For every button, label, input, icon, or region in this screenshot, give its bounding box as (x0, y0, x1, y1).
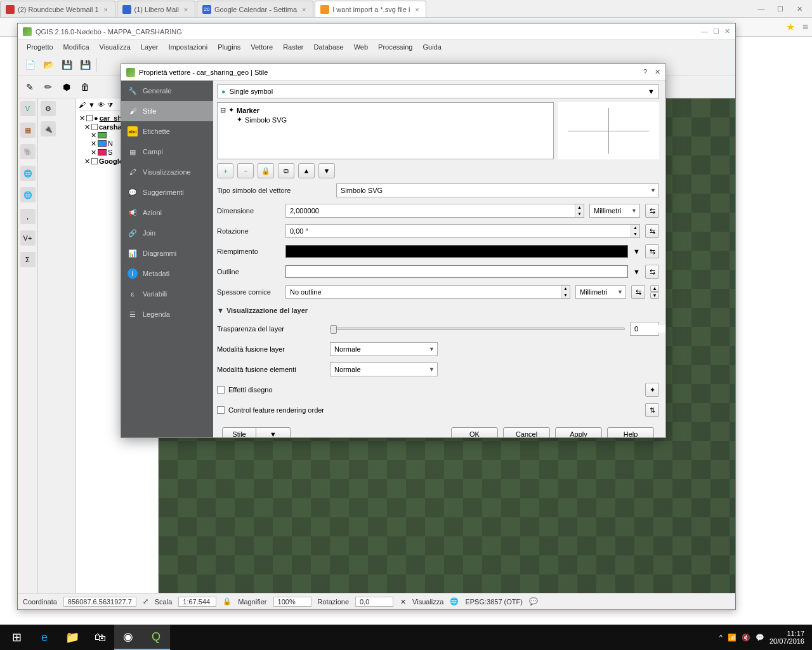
draw-effects-checkbox[interactable] (217, 386, 225, 394)
apply-button[interactable]: Apply (555, 427, 602, 437)
bookmark-star-icon[interactable]: ★ (786, 21, 795, 33)
renderer-type-select[interactable]: ● Single symbol ▼ (217, 84, 659, 98)
style-menu-button[interactable]: Stile (222, 427, 256, 437)
symbol-layer-type-select[interactable]: Simbolo SVG▼ (336, 183, 659, 197)
extents-icon[interactable]: ⤢ (143, 597, 148, 606)
node-icon[interactable]: ⬢ (58, 79, 75, 95)
lock-symbol-button[interactable]: 🔒 (258, 163, 274, 178)
window-maximize-icon[interactable]: ☐ (771, 3, 789, 15)
add-raster-icon[interactable]: ▦ (20, 123, 36, 138)
menu-processing[interactable]: Processing (374, 42, 416, 52)
add-postgis-icon[interactable]: 🐘 (20, 144, 36, 159)
dialog-help-icon[interactable]: ? (643, 68, 647, 76)
lock-icon[interactable]: 🔒 (223, 597, 232, 606)
sidebar-item-generale[interactable]: 🔧Generale (121, 81, 213, 101)
menu-visualizza[interactable]: Visualizza (96, 42, 134, 52)
transparency-value[interactable]: ▲▼ (630, 322, 659, 336)
outline-color-button[interactable] (285, 265, 628, 278)
dialog-titlebar[interactable]: Proprietà vettore - car_sharing_geo | St… (121, 64, 665, 81)
remove-symbol-layer-button[interactable]: － (237, 163, 254, 178)
layer-filter-icon[interactable]: ▼ (88, 101, 95, 109)
tray-up-icon[interactable]: ^ (719, 633, 723, 641)
symbol-layer-tree[interactable]: ⊟ ✦ Marker ✦ Simbolo SVG (217, 102, 554, 159)
chrome-icon[interactable]: ◉ (114, 625, 142, 650)
menu-progetto[interactable]: Progetto (23, 42, 57, 52)
sidebar-item-metadati[interactable]: iMetadati (121, 263, 213, 284)
menu-layer[interactable]: Layer (137, 42, 162, 52)
add-vector-icon[interactable]: V (20, 101, 36, 116)
ok-button[interactable]: OK (451, 427, 498, 437)
move-down-button[interactable]: ▼ (318, 163, 335, 178)
render-checkbox[interactable]: ✕ (400, 599, 406, 605)
new-vector-icon[interactable]: V+ (20, 230, 36, 246)
save-project-icon[interactable]: 💾 (58, 56, 75, 73)
menu-icon[interactable]: ≡ (802, 22, 808, 33)
add-csv-icon[interactable]: , (20, 209, 36, 224)
cancel-button[interactable]: Cancel (503, 427, 550, 437)
style-menu-dropdown[interactable]: ▼ (256, 427, 291, 437)
tab-close-icon[interactable]: × (182, 6, 190, 13)
help-button[interactable]: Help (607, 427, 654, 437)
data-defined-button[interactable]: ⇆ (631, 285, 645, 299)
qgis-taskbar-icon[interactable]: Q (142, 625, 170, 650)
blend-layer-select[interactable]: Normale▼ (330, 342, 438, 356)
menu-web[interactable]: Web (350, 42, 372, 52)
messages-icon[interactable]: 💬 (529, 597, 538, 606)
size-unit-select[interactable]: Millimetri▼ (589, 204, 640, 218)
menu-plugins[interactable]: Plugins (214, 42, 244, 52)
virtual-layer-icon[interactable]: Σ (20, 252, 36, 267)
plugin-icon[interactable]: 🔌 (41, 121, 56, 136)
stroke-width-input[interactable]: ▲▼ (285, 285, 570, 299)
sidebar-item-join[interactable]: 🔗Join (121, 223, 213, 243)
menu-raster[interactable]: Raster (279, 42, 307, 52)
trash-icon[interactable]: 🗑 (77, 79, 93, 95)
tab-close-icon[interactable]: × (102, 6, 110, 13)
sidebar-item-variabili[interactable]: εVariabili (121, 284, 213, 304)
qgis-titlebar[interactable]: QGIS 2.16.0-Nødebo - MAPPA_CARSHARING — … (18, 23, 735, 40)
window-maximize-icon[interactable]: ☐ (713, 27, 719, 36)
collapse-icon[interactable]: ⊟ (220, 106, 226, 114)
network-icon[interactable]: 📶 (728, 633, 737, 642)
sidebar-item-campi[interactable]: ▦Campi (121, 142, 213, 162)
sidebar-item-legenda[interactable]: ☰Legenda (121, 304, 213, 324)
scroll-down-button[interactable]: ▼ (650, 292, 659, 299)
notifications-icon[interactable]: 💬 (756, 633, 764, 642)
sidebar-item-azioni[interactable]: 📢Azioni (121, 202, 213, 223)
rendering-order-config-button[interactable]: ⇅ (645, 403, 659, 417)
coord-field[interactable]: 856087.6,5631927.7 (63, 597, 136, 607)
fill-color-button[interactable] (285, 245, 628, 258)
new-project-icon[interactable]: 📄 (22, 56, 38, 73)
rendering-order-checkbox[interactable] (217, 406, 225, 414)
pencil-icon[interactable]: ✎ (22, 79, 38, 95)
size-input[interactable]: ▲▼ (285, 204, 584, 218)
browser-tab[interactable]: 20Google Calendar - Settima× (197, 1, 313, 17)
window-minimize-icon[interactable]: — (701, 27, 708, 36)
save-as-icon[interactable]: 💾 (77, 56, 93, 73)
taskbar-clock[interactable]: 11:17 20/07/2016 (769, 630, 804, 645)
sidebar-item-diagrammi[interactable]: 📊Diagrammi (121, 243, 213, 263)
rotation-field[interactable]: 0,0 (355, 597, 393, 607)
layer-style-icon[interactable]: 🖌 (79, 101, 86, 109)
scroll-up-button[interactable]: ▲ (650, 285, 659, 292)
scale-field[interactable]: 1:67.544 (178, 597, 216, 607)
data-defined-button[interactable]: ⇆ (645, 265, 659, 279)
add-wfs-icon[interactable]: 🌐 (20, 187, 36, 202)
magnifier-field[interactable]: 100% (273, 597, 311, 607)
stroke-unit-select[interactable]: Millimetri▼ (575, 285, 626, 299)
edge-icon[interactable]: e (30, 625, 58, 650)
blend-feature-select[interactable]: Normale▼ (330, 362, 438, 376)
data-defined-button[interactable]: ⇆ (645, 204, 659, 218)
store-icon[interactable]: 🛍 (86, 625, 114, 650)
effects-config-button[interactable]: ✦ (645, 383, 659, 397)
open-project-icon[interactable]: 📂 (40, 56, 56, 73)
volume-icon[interactable]: 🔇 (742, 633, 750, 642)
explorer-icon[interactable]: 📁 (58, 625, 86, 650)
move-up-button[interactable]: ▲ (298, 163, 315, 178)
browser-tab[interactable]: (1) Libero Mail× (117, 1, 195, 17)
window-minimize-icon[interactable]: — (752, 3, 770, 15)
rotation-input[interactable]: ▲▼ (285, 224, 640, 238)
browser-tab[interactable]: (2) Roundcube Webmail 1× (0, 1, 115, 17)
processing-icon[interactable]: ⚙ (41, 101, 56, 116)
menu-vettore[interactable]: Vettore (247, 42, 277, 52)
edit-icon[interactable]: ✏ (40, 79, 56, 95)
